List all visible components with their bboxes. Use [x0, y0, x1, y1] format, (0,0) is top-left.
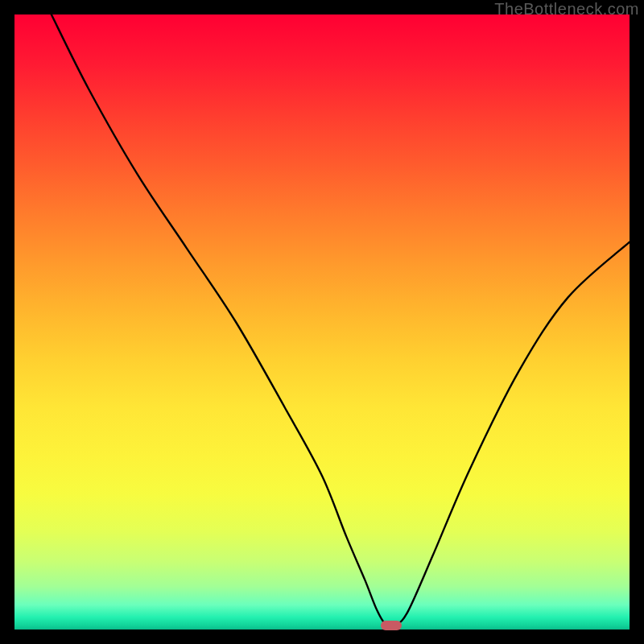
chart-frame: TheBottleneck.com — [0, 0, 644, 644]
bottleneck-curve — [14, 14, 630, 630]
plot-area — [14, 14, 630, 630]
optimal-marker — [381, 621, 402, 630]
